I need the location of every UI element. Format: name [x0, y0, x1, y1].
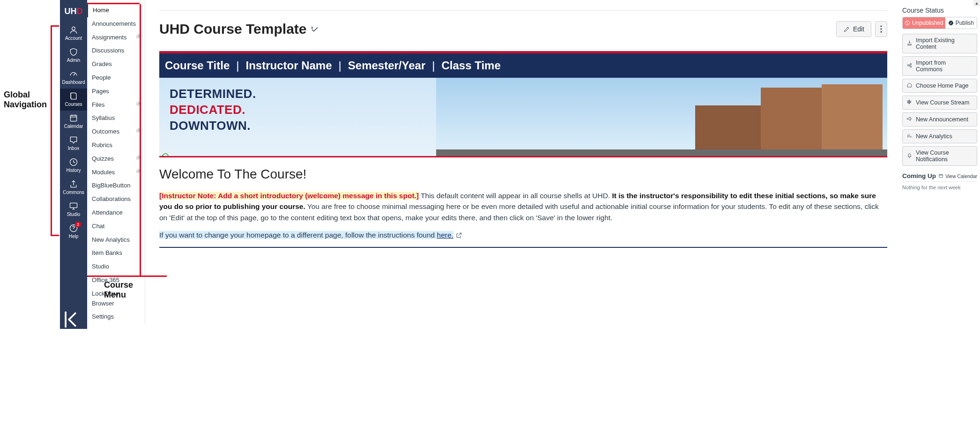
view-calendar-link[interactable]: View Calendar — [938, 173, 977, 179]
course-menu-label: People — [92, 73, 111, 83]
sidebar-action-view-course-notifications[interactable]: View Course Notifications — [902, 146, 977, 166]
hero-image-placeholder — [436, 78, 887, 156]
global-nav-help[interactable]: 2Help — [60, 221, 87, 243]
edit-button[interactable]: Edit — [836, 21, 871, 37]
global-navigation: UHD AccountAdminDashboardCoursesCalendar… — [60, 0, 87, 329]
scroll-up-arrow[interactable]: ▲ — [973, 0, 980, 7]
sidebar-action-label: New Analytics — [916, 133, 952, 140]
course-status-heading: Course Status — [902, 7, 977, 14]
sidebar-action-label: Import Existing Content — [916, 37, 973, 50]
global-nav-label: Commons — [63, 190, 84, 195]
global-nav-label: History — [66, 168, 81, 173]
course-menu-label: Discussions — [92, 46, 124, 56]
global-nav-label: Account — [65, 36, 82, 41]
eye-off-icon — [135, 168, 142, 178]
sidebar-action-import-existing-content[interactable]: Import Existing Content — [902, 34, 977, 53]
course-menu-bigbluebutton[interactable]: BigBlueButton — [87, 179, 145, 193]
announce-icon — [906, 116, 913, 123]
sidebar-action-view-course-stream[interactable]: View Course Stream — [902, 96, 977, 110]
course-banner: Course Title|Instructor Name|Semester/Ye… — [159, 51, 887, 157]
course-menu-quizzes[interactable]: Quizzes — [87, 152, 145, 166]
global-nav-account[interactable]: Account — [60, 22, 87, 45]
course-menu-assignments[interactable]: Assignments — [87, 31, 145, 45]
course-menu-label: Pages — [92, 87, 109, 97]
global-nav-courses[interactable]: Courses — [60, 89, 87, 111]
course-menu-attendance[interactable]: Attendance — [87, 206, 145, 220]
global-nav-label: Dashboard — [62, 80, 85, 85]
separator: | — [430, 59, 437, 72]
course-menu-settings[interactable]: Settings — [87, 310, 145, 324]
welcome-paragraph-1: [Instructor Note: Add a short introducto… — [159, 190, 887, 223]
course-menu-files[interactable]: Files — [87, 98, 145, 112]
inbox-icon — [69, 135, 78, 145]
course-menu-label: Grades — [92, 60, 112, 69]
course-menu-label: New Analytics — [92, 235, 130, 245]
course-menu-pages[interactable]: Pages — [87, 85, 145, 98]
global-nav-calendar[interactable]: Calendar — [60, 111, 87, 133]
course-menu-lockdown-browser[interactable]: LockDown Browser — [87, 287, 145, 311]
course-menu-office-365[interactable]: Office 365 — [87, 274, 145, 287]
more-options-button[interactable] — [875, 21, 887, 37]
sidebar-action-new-analytics[interactable]: New Analytics — [902, 129, 977, 143]
immersive-reader-icon[interactable] — [311, 21, 319, 37]
refresh-icon — [161, 152, 170, 157]
course-menu-studio[interactable]: Studio — [87, 260, 145, 274]
gauge-icon — [69, 69, 78, 79]
course-menu-grades[interactable]: Grades — [87, 58, 145, 71]
sidebar-action-label: Import from Commons — [916, 60, 973, 73]
analytics-icon — [906, 133, 913, 140]
sidebar-action-new-announcement[interactable]: New Announcement — [902, 112, 977, 126]
course-menu-label: Rubrics — [92, 141, 112, 150]
sidebar-action-choose-home-page[interactable]: Choose Home Page — [902, 79, 977, 93]
svg-point-10 — [880, 25, 882, 27]
course-menu-syllabus[interactable]: Syllabus — [87, 112, 145, 125]
svg-point-15 — [907, 65, 909, 66]
course-menu-label: Office 365 — [92, 275, 119, 285]
course-menu-chat[interactable]: Chat — [87, 220, 145, 233]
global-nav-commons[interactable]: Commons — [60, 177, 87, 199]
unpublished-button: Unpublished — [903, 17, 945, 29]
welcome-heading: Welcome To The Course! — [159, 167, 887, 182]
banner-field: Course Title — [165, 59, 230, 72]
right-sidebar: Course Status Unpublished Publish Import… — [899, 0, 980, 329]
global-nav-inbox[interactable]: Inbox — [60, 133, 87, 155]
course-menu-outcomes[interactable]: Outcomes — [87, 125, 145, 139]
course-menu-announcements[interactable]: Announcements — [87, 17, 145, 31]
external-link-icon — [455, 231, 462, 239]
global-nav-label: Calendar — [64, 124, 83, 129]
course-menu-modules[interactable]: Modules — [87, 166, 145, 179]
separator: | — [337, 59, 343, 72]
course-menu-collaborations[interactable]: Collaborations — [87, 193, 145, 206]
book-icon — [69, 91, 78, 101]
course-menu-discussions[interactable]: Discussions — [87, 44, 145, 58]
global-nav-label: Admin — [67, 58, 80, 63]
course-menu-label: Files — [92, 100, 104, 110]
global-nav-dashboard[interactable]: Dashboard — [60, 67, 87, 89]
course-menu-rubrics[interactable]: Rubrics — [87, 139, 145, 152]
course-menu-label: Quizzes — [92, 154, 114, 164]
global-nav-admin[interactable]: Admin — [60, 45, 87, 67]
course-menu-label: Assignments — [92, 33, 126, 43]
global-nav-studio[interactable]: Studio — [60, 199, 87, 221]
course-menu: HomeAnnouncementsAssignmentsDiscussionsG… — [87, 0, 145, 324]
hero-line-1: DETERMINED. — [170, 86, 256, 102]
sidebar-action-label: Choose Home Page — [916, 82, 969, 89]
import-icon — [906, 40, 913, 47]
global-nav-history[interactable]: History — [60, 155, 87, 177]
publish-button[interactable]: Publish — [945, 17, 977, 29]
svg-point-12 — [880, 31, 882, 32]
homepage-instructions-link[interactable]: here. — [437, 231, 453, 239]
sidebar-action-label: View Course Notifications — [916, 149, 973, 163]
course-menu-home[interactable]: Home — [87, 4, 145, 17]
welcome-paragraph-2: If you want to change your homepage to a… — [159, 230, 887, 240]
eye-off-icon — [135, 127, 142, 137]
sidebar-action-import-from-commons[interactable]: Import from Commons — [902, 56, 977, 76]
share-icon — [69, 179, 78, 189]
annotation-global-nav: Global Navigation — [4, 90, 51, 110]
collapse-nav-button[interactable] — [60, 310, 87, 329]
course-menu-people[interactable]: People — [87, 71, 145, 85]
eye-off-icon — [135, 33, 142, 43]
course-menu-item-banks[interactable]: Item Banks — [87, 246, 145, 260]
course-menu-new-analytics[interactable]: New Analytics — [87, 233, 145, 247]
course-menu-label: Settings — [92, 312, 114, 322]
